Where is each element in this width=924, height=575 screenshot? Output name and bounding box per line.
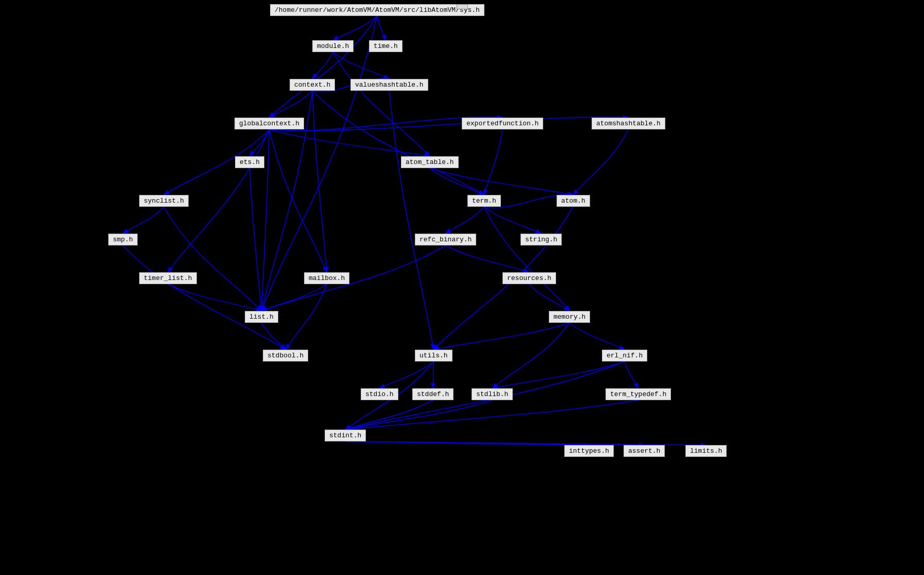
node-context_h: context.h xyxy=(290,79,335,91)
node-ets_h: ets.h xyxy=(235,156,264,168)
node-mailbox_h: mailbox.h xyxy=(304,272,349,284)
node-exportedfunction_h: exportedfunction.h xyxy=(462,118,543,129)
node-inttypes_h: inttypes.h xyxy=(564,445,614,457)
node-timer_list_h: timer_list.h xyxy=(139,272,197,284)
node-stdio_h: stdio.h xyxy=(361,388,398,400)
node-atom_h: atom.h xyxy=(557,195,590,207)
node-term_typedef_h: term_typedef.h xyxy=(606,388,671,400)
dependency-graph xyxy=(0,0,924,575)
node-stddef_h: stddef.h xyxy=(412,388,453,400)
node-limits_h: limits.h xyxy=(685,445,727,457)
node-atom_table_h: atom_table.h xyxy=(401,156,459,168)
node-refc_binary_h: refc_binary.h xyxy=(415,234,476,245)
node-time_h: time.h xyxy=(369,40,402,52)
node-utils_h: utils.h xyxy=(415,350,452,362)
node-memory_h: memory.h xyxy=(549,311,590,323)
node-stdbool_h: stdbool.h xyxy=(263,350,308,362)
node-string_h: string.h xyxy=(520,234,562,245)
node-module_h: module.h xyxy=(312,40,354,52)
node-globalcontext_h: globalcontext.h xyxy=(234,118,304,129)
node-stdlib_h: stdlib.h xyxy=(472,388,513,400)
node-stdint_h: stdint.h xyxy=(325,430,366,441)
title-node xyxy=(457,4,468,9)
node-list_h: list.h xyxy=(245,311,278,323)
node-valueshashtable_h: valueshashtable.h xyxy=(350,79,428,91)
node-smp_h: smp.h xyxy=(108,234,138,245)
node-synclist_h: synclist.h xyxy=(139,195,189,207)
node-resources_h: resources.h xyxy=(502,272,556,284)
node-term_h: term.h xyxy=(467,195,501,207)
node-erl_nif_h: erl_nif.h xyxy=(602,350,647,362)
node-sys_h: /home/runner/work/AtomVM/AtomVM/src/libA… xyxy=(270,4,484,16)
node-assert_h: assert.h xyxy=(624,445,665,457)
node-atomshashtable_h: atomshashtable.h xyxy=(592,118,665,129)
